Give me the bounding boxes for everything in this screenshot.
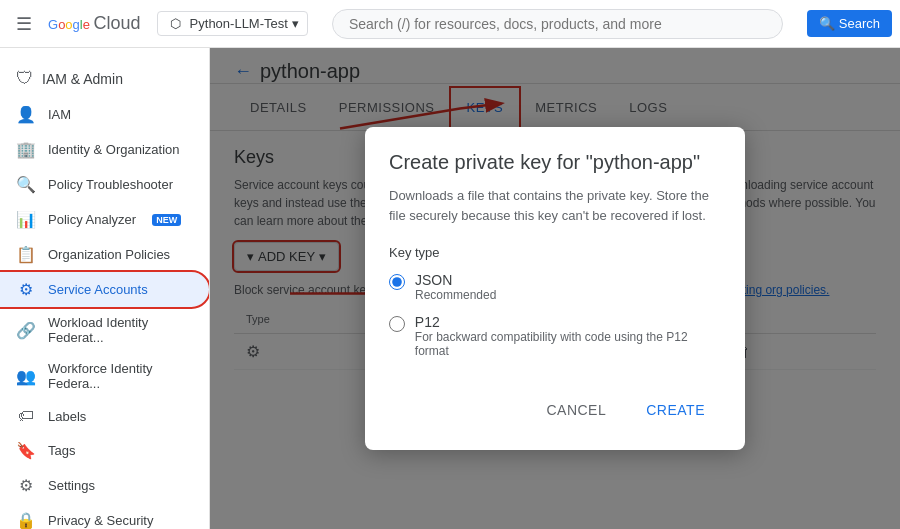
modal-description: Downloads a file that contains the priva… — [389, 186, 721, 225]
sidebar-item-iam[interactable]: 👤 IAM — [0, 97, 209, 132]
tags-icon: 🔖 — [16, 441, 36, 460]
sidebar-item-service-accounts[interactable]: ⚙ Service Accounts — [0, 272, 209, 307]
p12-label: P12 — [415, 314, 721, 330]
analyzer-icon: 📊 — [16, 210, 36, 229]
org-policies-icon: 📋 — [16, 245, 36, 264]
identity-org-icon: 🏢 — [16, 140, 36, 159]
p12-option[interactable]: P12 For backward compatibility with code… — [389, 314, 721, 358]
privacy-icon: 🔒 — [16, 511, 36, 529]
labels-icon: 🏷 — [16, 407, 36, 425]
key-type-label: Key type — [389, 245, 721, 260]
cancel-button[interactable]: CANCEL — [530, 394, 622, 426]
troubleshooter-icon: 🔍 — [16, 175, 36, 194]
sidebar-item-org-policies[interactable]: 📋 Organization Policies — [0, 237, 209, 272]
service-accounts-icon: ⚙ — [16, 280, 36, 299]
workload-icon: 🔗 — [16, 321, 36, 340]
p12-radio[interactable] — [389, 316, 405, 332]
project-selector[interactable]: ⬡ Python-LLM-Test ▾ — [157, 11, 308, 36]
search-icon: 🔍 — [819, 16, 835, 31]
json-option[interactable]: JSON Recommended — [389, 272, 721, 302]
search-button[interactable]: 🔍 Search — [807, 10, 892, 37]
settings-icon: ⚙ — [16, 476, 36, 495]
sidebar-item-workload-identity[interactable]: 🔗 Workload Identity Federat... — [0, 307, 209, 353]
google-cloud-logo: Google Cloud — [48, 13, 141, 34]
create-button[interactable]: CREATE — [630, 394, 721, 426]
project-name: Python-LLM-Test — [190, 16, 288, 31]
sidebar-header: 🛡 IAM & Admin — [0, 56, 209, 97]
top-nav: ☰ Google Cloud ⬡ Python-LLM-Test ▾ 🔍 Sea… — [0, 0, 900, 48]
search-input[interactable] — [332, 9, 783, 39]
modal-overlay: Create private key for "python-app" Down… — [210, 48, 900, 529]
iam-admin-icon: 🛡 — [16, 68, 34, 89]
sidebar: 🛡 IAM & Admin 👤 IAM 🏢 Identity & Organiz… — [0, 48, 210, 529]
sidebar-item-policy-troubleshooter[interactable]: 🔍 Policy Troubleshooter — [0, 167, 209, 202]
json-label: JSON — [415, 272, 496, 288]
main-layout: 🛡 IAM & Admin 👤 IAM 🏢 Identity & Organiz… — [0, 48, 900, 529]
sidebar-item-privacy-security[interactable]: 🔒 Privacy & Security — [0, 503, 209, 529]
new-badge: NEW — [152, 214, 181, 226]
modal-footer: CANCEL CREATE — [389, 382, 721, 426]
p12-sublabel: For backward compatibility with code usi… — [415, 330, 721, 358]
project-icon: ⬡ — [166, 16, 186, 31]
json-radio[interactable] — [389, 274, 405, 290]
sidebar-item-workforce-identity[interactable]: 👥 Workforce Identity Federa... — [0, 353, 209, 399]
logo-text: Google Cloud — [48, 13, 141, 34]
sidebar-item-tags[interactable]: 🔖 Tags — [0, 433, 209, 468]
sidebar-item-settings[interactable]: ⚙ Settings — [0, 468, 209, 503]
workforce-icon: 👥 — [16, 367, 36, 386]
json-sublabel: Recommended — [415, 288, 496, 302]
sidebar-item-policy-analyzer[interactable]: 📊 Policy Analyzer NEW — [0, 202, 209, 237]
sidebar-item-identity-org[interactable]: 🏢 Identity & Organization — [0, 132, 209, 167]
modal-title: Create private key for "python-app" — [389, 151, 721, 174]
iam-icon: 👤 — [16, 105, 36, 124]
create-key-modal: Create private key for "python-app" Down… — [365, 127, 745, 450]
chevron-down-icon: ▾ — [292, 16, 299, 31]
sidebar-item-labels[interactable]: 🏷 Labels — [0, 399, 209, 433]
menu-icon[interactable]: ☰ — [8, 5, 40, 43]
content-area: ← python-app DETAILS PERMISSIONS KEYS ME… — [210, 48, 900, 529]
